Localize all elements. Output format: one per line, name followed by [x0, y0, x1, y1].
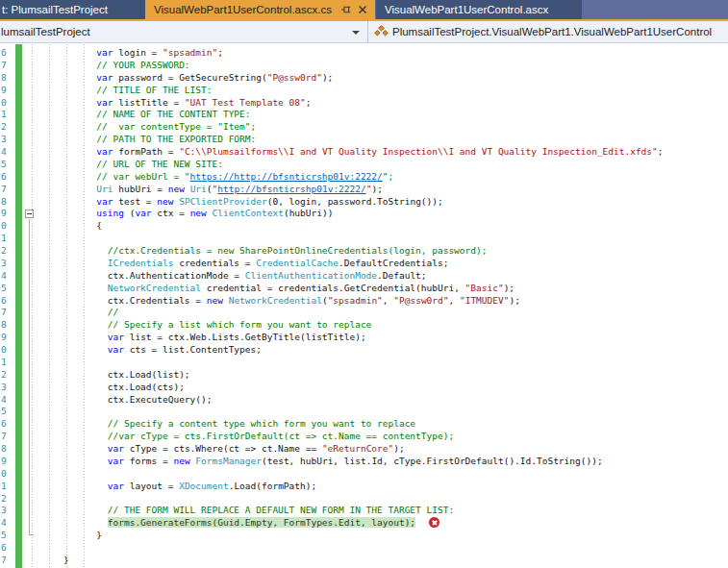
code-line: 0 var cts = list.ContentTypes;: [0, 344, 728, 357]
code-line: 2 // var contentType = "Item";: [0, 121, 728, 134]
code-segment: [25, 319, 108, 330]
line-number: 8: [1, 196, 7, 209]
code-segment: [25, 47, 96, 58]
code-segment: new: [190, 208, 207, 218]
code-segment: [25, 159, 96, 169]
code-line: 1 var layout = XDocument.Load(formPath);: [0, 481, 728, 493]
code-segment: (hubUri)): [284, 208, 333, 218]
line-number: 7: [1, 307, 7, 319]
code-segment: var: [96, 72, 113, 83]
code-segment: [25, 505, 108, 515]
code-segment: [25, 307, 108, 317]
code-line: 9 // TITLE OF THE LIST:: [0, 85, 728, 97]
line-number: 4: [1, 270, 7, 283]
code-segment: [25, 418, 108, 429]
line-number: 1: [1, 481, 7, 493]
code-segment: SPClientProvider: [179, 196, 267, 207]
code-segment: //var cType = cts.FirstOrDefault(ct => c…: [108, 431, 454, 441]
code-segment: [25, 332, 108, 342]
code-segment: );: [393, 443, 404, 454]
line-number: 7: [1, 555, 7, 567]
code-segment: // NAME OF THE CONTENT TYPE:: [96, 109, 250, 119]
line-number: 3: [1, 134, 7, 146]
line-number: 3: [1, 258, 7, 270]
code-segment: ctx.Load(cts);: [25, 382, 185, 392]
code-segment: list = ctx.Web.Lists.GetByTitle(listTitl…: [124, 332, 366, 342]
code-segment: [25, 97, 96, 108]
code-segment: ;: [306, 97, 312, 108]
code-segment: ICredentials: [108, 258, 174, 268]
code-segment: Uri: [190, 184, 207, 194]
close-icon[interactable]: [356, 3, 369, 16]
code-line: 0: [0, 468, 728, 481]
code-segment: (: [124, 208, 135, 218]
line-number: 5: [1, 283, 7, 295]
pin-icon[interactable]: [339, 3, 353, 16]
tab-plumsailtestproject[interactable]: t: PlumsailTestProject: [0, 0, 145, 19]
code-segment: test =: [113, 196, 158, 207]
code-segment: // URL OF THE NEW SITE:: [96, 159, 223, 169]
code-segment: [25, 258, 108, 268]
code-segment: new: [168, 184, 185, 194]
code-line: 4 ctx.ExecuteQuery();: [0, 394, 728, 407]
code-segment: var: [135, 208, 151, 218]
code-line: 5: [0, 406, 728, 418]
code-segment: // var webUrl = ": [96, 171, 189, 182]
type-dropdown[interactable]: PlumsailTestProject.VisualWebPart1.Visua…: [368, 21, 728, 42]
line-number: 1: [1, 357, 7, 369]
code-segment: [25, 456, 108, 466]
code-segment: var: [108, 456, 124, 466]
code-line: 6: [0, 542, 728, 555]
code-line: 6 var login = "spsadmin";: [0, 47, 728, 60]
code-segment: Uri: [96, 184, 113, 194]
code-line: 2 //ctx.Credentials = new SharePointOnli…: [0, 245, 728, 258]
code-line: 8 var password = GetSecureString("P@ssw0…: [0, 72, 728, 85]
code-segment: var: [108, 332, 124, 342]
code-line: 3 // PATH TO THE EXPORTED FORM:: [0, 134, 728, 146]
code-segment: "P@ssw0rd": [393, 295, 448, 306]
code-line: 6 // Specify a content type which form y…: [0, 418, 728, 431]
code-line: 8 var test = new SPClientProvider(0, log…: [0, 196, 728, 209]
code-line: 5 NetworkCredential credential = credent…: [0, 283, 728, 295]
code-segment: [25, 146, 96, 157]
code-line: 1: [0, 233, 728, 245]
code-line: 7 }: [0, 555, 728, 567]
code-segment: .Load(formPath);: [229, 481, 317, 491]
code-line: 1: [0, 357, 728, 369]
code-segment: "spsadmin": [328, 295, 383, 306]
code-line: 4 var formPath = "C:\\Plumsailforms\\I a…: [0, 146, 728, 159]
code-line: 6 ctx.Credentials = new NetworkCredentia…: [0, 295, 728, 308]
code-segment: NetworkCredential: [229, 295, 322, 306]
code-segment: http://bfsnticrshp01v:2222/: [217, 184, 365, 194]
code-segment: formPath =: [113, 146, 180, 157]
tab-visualwebpart1usercontrol-ascx[interactable]: VisualWebPart1UserControl.ascx: [376, 0, 582, 19]
class-icon: [374, 25, 389, 39]
code-segment: login =: [113, 47, 163, 58]
code-segment: cType = cts.Where(ct => ct.Name ==: [124, 443, 322, 454]
line-number: 4: [1, 394, 7, 407]
line-number: 7: [1, 184, 7, 196]
type-dropdown-value: PlumsailTestProject.VisualWebPart1.Visua…: [392, 26, 712, 37]
code-segment: // TITLE OF THE LIST:: [96, 85, 212, 95]
line-number: 4: [1, 146, 7, 159]
code-segment: //: [108, 307, 118, 317]
project-dropdown[interactable]: lumsailTestProject: [0, 21, 367, 42]
code-segment: "UAT Test Template 08": [185, 97, 306, 108]
error-icon[interactable]: [429, 517, 439, 528]
code-segment: ";: [383, 171, 393, 182]
code-segment: new: [173, 456, 189, 466]
code-segment: "Basic": [465, 283, 504, 293]
code-segment: // Specify a list which form you want to…: [108, 319, 372, 330]
line-number: 8: [1, 443, 7, 456]
line-number: 2: [1, 245, 7, 258]
code-segment: (test, hubUri, list.Id, cType.FirstOrDef…: [262, 456, 603, 466]
code-editor[interactable]: 6 var login = "spsadmin";7 // YOUR PASSW…: [0, 44, 728, 568]
code-line: 3 ctx.Load(cts);: [0, 382, 728, 394]
code-line: 3 ICredentials credentials = CredentialC…: [0, 258, 728, 270]
code-segment: "ITMUDEV": [460, 295, 509, 306]
code-segment: [25, 283, 108, 293]
code-segment: [25, 109, 96, 119]
code-segment: [25, 344, 108, 355]
line-number: 9: [1, 332, 7, 344]
tab-visualwebpart1usercontrol-ascx-cs[interactable]: VisualWebPart1UserControl.ascx.cs: [145, 0, 375, 19]
